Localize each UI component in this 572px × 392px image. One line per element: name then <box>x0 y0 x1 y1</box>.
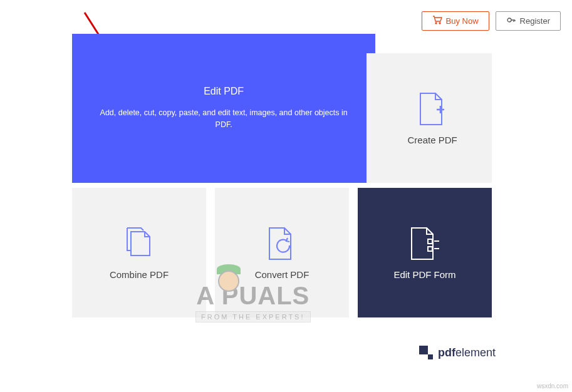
footer-url: wsxdn.com <box>537 383 568 389</box>
convert-pdf-icon <box>267 225 297 262</box>
convert-pdf-title: Convert PDF <box>255 269 309 280</box>
edit-pdf-description: Add, delete, cut, copy, paste, and edit … <box>91 107 356 131</box>
svg-rect-5 <box>428 247 432 251</box>
create-pdf-title: Create PDF <box>408 135 457 145</box>
top-bar: Buy Now Register <box>422 11 561 31</box>
brand-logo-area: pdfelement <box>419 346 496 359</box>
action-grid: Edit PDF Add, delete, cut, copy, paste, … <box>72 53 492 317</box>
buy-now-button[interactable]: Buy Now <box>422 11 489 31</box>
create-pdf-card[interactable]: Create PDF <box>367 53 492 183</box>
cart-icon <box>432 16 442 26</box>
brand-name: pdfelement <box>438 346 496 359</box>
svg-rect-4 <box>428 239 432 244</box>
edit-pdf-form-card[interactable]: Edit PDF Form <box>358 188 492 317</box>
edit-form-icon <box>409 225 440 262</box>
convert-pdf-card[interactable]: Convert PDF <box>215 188 349 317</box>
svg-point-0 <box>435 23 437 24</box>
register-button[interactable]: Register <box>496 11 561 31</box>
combine-pdf-title: Combine PDF <box>110 269 169 280</box>
buy-now-label: Buy Now <box>446 16 479 26</box>
key-icon <box>506 16 516 26</box>
edit-pdf-card[interactable]: Edit PDF Add, delete, cut, copy, paste, … <box>72 34 375 183</box>
pdfelement-logo-icon <box>419 346 433 359</box>
combine-pdf-icon <box>123 225 155 262</box>
edit-pdf-title: Edit PDF <box>204 86 244 97</box>
create-pdf-icon <box>418 91 447 127</box>
register-label: Register <box>520 16 550 26</box>
combine-pdf-card[interactable]: Combine PDF <box>72 188 206 317</box>
svg-point-1 <box>439 23 440 24</box>
edit-form-title: Edit PDF Form <box>393 269 455 280</box>
svg-point-2 <box>507 18 511 22</box>
